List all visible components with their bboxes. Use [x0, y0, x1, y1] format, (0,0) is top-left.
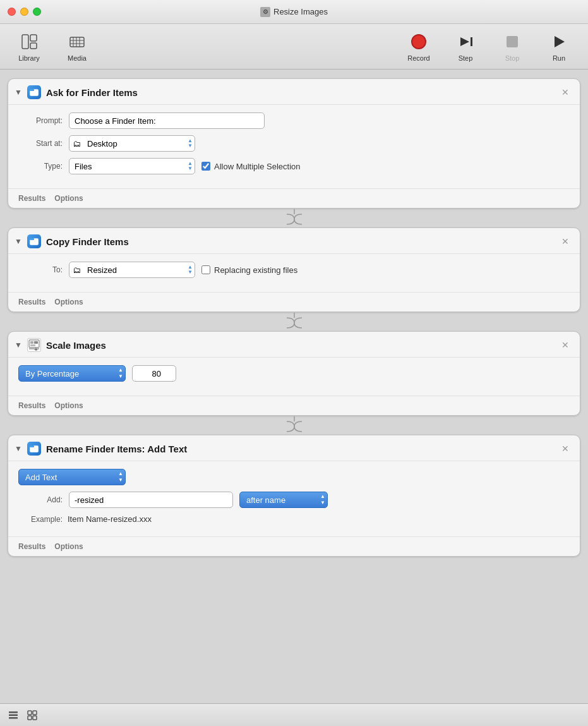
svg-rect-1	[30, 35, 37, 41]
type-select[interactable]: Files Folders	[69, 158, 195, 174]
scale-images-footer: Results Options	[8, 396, 580, 415]
folder-icon: 🗂	[73, 139, 81, 148]
to-label: To:	[18, 265, 63, 274]
list-view-button[interactable]	[6, 708, 20, 722]
maximize-button[interactable]	[33, 8, 41, 16]
rename-finder-footer: Results Options	[8, 536, 580, 556]
replacing-wrap: Replacing existing files	[201, 265, 297, 275]
scale-images-icon	[27, 338, 41, 352]
type-row: Type: Files Folders ▲ ▼ Allow Multiple S…	[18, 158, 570, 174]
scale-number-input[interactable]	[132, 365, 176, 382]
titlebar: ⚙ Resize Images	[0, 0, 588, 24]
library-label: Library	[18, 54, 40, 62]
window-controls[interactable]	[8, 8, 41, 16]
copy-finder-body: To: Resized 🗂 ▲ ▼ Replacing existing fil…	[8, 254, 580, 292]
stop-button[interactable]: Stop	[489, 28, 535, 65]
toolbar-right-buttons: Record Step Stop	[396, 28, 582, 65]
close-button[interactable]	[8, 8, 16, 16]
scale-images-card: ▼ Scale Images ✕ By Percentage	[8, 331, 580, 416]
scale-images-chevron[interactable]: ▼	[15, 341, 22, 349]
scale-images-options-tab[interactable]: Options	[54, 400, 83, 411]
scale-images-close[interactable]: ✕	[560, 339, 571, 351]
replacing-checkbox[interactable]	[201, 265, 210, 274]
copy-finder-results-tab[interactable]: Results	[18, 296, 45, 308]
to-select-wrap: Resized 🗂 ▲ ▼	[69, 262, 195, 278]
prompt-row: Prompt:	[18, 112, 570, 129]
example-row: Example: Item Name-resized.xxx	[18, 514, 570, 524]
bottombar	[0, 703, 588, 726]
example-label: Example:	[18, 515, 63, 524]
ask-finder-chevron[interactable]: ▼	[15, 88, 22, 97]
svg-rect-28	[9, 711, 18, 713]
scale-images-header: ▼ Scale Images ✕	[8, 332, 580, 358]
grid-view-button[interactable]	[25, 708, 39, 722]
step-button[interactable]: Step	[443, 28, 488, 65]
start-at-label: Start at:	[18, 139, 63, 148]
replacing-label: Replacing existing files	[214, 265, 297, 275]
run-icon	[549, 32, 569, 52]
main-content: ▼ Ask for Finder Items ✕ Prompt: Start a…	[0, 70, 588, 703]
stop-label: Stop	[505, 54, 520, 62]
svg-rect-13	[30, 89, 34, 91]
svg-rect-34	[33, 716, 37, 720]
position-select[interactable]: after name before name	[239, 492, 328, 508]
stop-icon	[502, 32, 522, 52]
svg-rect-20	[34, 341, 38, 344]
ask-finder-icon	[27, 85, 41, 99]
svg-rect-0	[22, 35, 28, 49]
allow-multiple-checkbox[interactable]	[201, 162, 210, 171]
toolbar-left-buttons: Library Media	[6, 28, 100, 65]
minimize-button[interactable]	[20, 8, 28, 16]
add-text-row: Add: after name before name ▲ ▼	[18, 492, 570, 508]
resized-folder-icon: 🗂	[73, 265, 81, 275]
scale-images-body: By Percentage To Size ▲ ▼	[8, 358, 580, 396]
media-button[interactable]: Media	[54, 28, 100, 65]
scale-type-select[interactable]: By Percentage To Size	[18, 365, 126, 382]
scale-images-results-tab[interactable]: Results	[18, 400, 45, 411]
start-at-row: Start at: Desktop Documents Downloads 🗂 …	[18, 135, 570, 152]
connector-2	[8, 312, 580, 331]
rename-finder-results-tab[interactable]: Results	[18, 541, 45, 552]
add-type-select[interactable]: Add Text Replace Text	[18, 469, 126, 485]
svg-rect-32	[33, 711, 37, 715]
add-type-select-wrap: Add Text Replace Text ▲ ▼	[18, 469, 126, 485]
rename-finder-close[interactable]: ✕	[560, 443, 571, 454]
rename-finder-title: Rename Finder Items: Add Text	[46, 444, 555, 454]
library-button[interactable]: Library	[6, 28, 52, 65]
copy-finder-chevron[interactable]: ▼	[15, 237, 22, 246]
type-label: Type:	[18, 162, 63, 171]
to-select[interactable]: Resized	[69, 262, 195, 278]
svg-marker-9	[460, 37, 469, 46]
scale-type-select-wrap: By Percentage To Size ▲ ▼	[18, 365, 126, 382]
prompt-input[interactable]	[69, 112, 265, 129]
svg-rect-16	[30, 238, 34, 240]
add-text-input[interactable]	[69, 492, 233, 508]
ask-finder-options-tab[interactable]: Options	[54, 193, 83, 204]
run-button[interactable]: Run	[536, 28, 582, 65]
rename-finder-options-tab[interactable]: Options	[54, 541, 83, 552]
allow-multiple-label: Allow Multiple Selection	[214, 162, 301, 171]
svg-rect-3	[70, 37, 84, 47]
ask-finder-results-tab[interactable]: Results	[18, 193, 45, 204]
toolbar: Library Media Record	[0, 24, 588, 70]
media-icon	[67, 32, 87, 52]
copy-finder-options-tab[interactable]: Options	[54, 296, 83, 308]
start-at-select[interactable]: Desktop Documents Downloads	[69, 135, 195, 152]
media-label: Media	[68, 54, 87, 62]
connector-1	[8, 209, 580, 227]
ask-finder-card: ▼ Ask for Finder Items ✕ Prompt: Start a…	[8, 78, 580, 209]
connector-3	[8, 416, 580, 435]
step-label: Step	[459, 54, 473, 62]
svg-rect-27	[30, 445, 34, 447]
run-label: Run	[553, 54, 565, 62]
rename-finder-chevron[interactable]: ▼	[15, 444, 22, 453]
ask-finder-title: Ask for Finder Items	[46, 87, 555, 98]
add-label: Add:	[18, 495, 63, 504]
ask-finder-close[interactable]: ✕	[560, 87, 571, 98]
svg-rect-19	[30, 341, 33, 344]
copy-finder-close[interactable]: ✕	[560, 236, 571, 247]
record-button[interactable]: Record	[396, 28, 441, 65]
rename-finder-body: Add Text Replace Text ▲ ▼ Add: after nam…	[8, 461, 580, 536]
svg-rect-31	[28, 711, 32, 715]
svg-rect-30	[9, 717, 18, 719]
